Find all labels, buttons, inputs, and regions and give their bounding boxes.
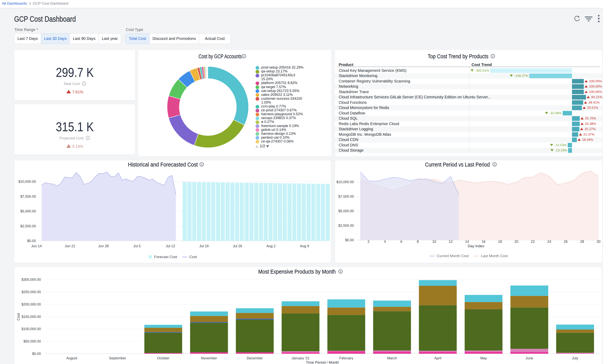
svg-text:26: 26: [564, 240, 568, 243]
svg-text:June: June: [525, 356, 533, 360]
svg-text:$2,500.00: $2,500.00: [338, 224, 354, 228]
svg-text:Aug 2: Aug 2: [267, 244, 276, 248]
svg-text:$150,000.00: $150,000.00: [22, 315, 41, 319]
svg-text:$7,500.00: $7,500.00: [20, 195, 36, 199]
svg-text:December: December: [247, 356, 263, 360]
svg-text:Jun 28: Jun 28: [98, 244, 109, 248]
svg-text:Jul 12: Jul 12: [166, 244, 175, 248]
svg-text:Jul 19: Jul 19: [199, 244, 209, 248]
svg-text:$250,000.00: $250,000.00: [22, 290, 41, 294]
svg-text:$100,000.00: $100,000.00: [22, 327, 41, 331]
svg-text:24: 24: [547, 240, 551, 243]
svg-text:30: 30: [597, 240, 601, 243]
svg-text:$2,500.00: $2,500.00: [20, 224, 36, 228]
svg-text:May: May: [480, 356, 487, 360]
svg-text:$10,000.00: $10,000.00: [18, 180, 36, 184]
svg-text:January '21: January '21: [292, 356, 310, 360]
svg-text:10: 10: [432, 240, 436, 243]
svg-text:Jun 21: Jun 21: [65, 244, 75, 248]
svg-text:28: 28: [580, 240, 584, 243]
svg-text:July: July: [572, 356, 578, 360]
svg-text:14: 14: [465, 240, 469, 243]
svg-text:22: 22: [531, 240, 535, 243]
svg-text:2: 2: [367, 240, 369, 243]
svg-text:September: September: [109, 356, 126, 360]
svg-text:$5,000.00: $5,000.00: [20, 209, 36, 213]
svg-text:6: 6: [400, 240, 402, 243]
svg-text:$0.00: $0.00: [27, 239, 36, 243]
svg-text:18: 18: [498, 240, 502, 243]
svg-text:$200,000.00: $200,000.00: [22, 302, 41, 306]
svg-text:Day Index: Day Index: [468, 244, 484, 248]
svg-text:12: 12: [449, 240, 452, 243]
svg-text:$7,500.00: $7,500.00: [338, 195, 354, 199]
svg-text:8: 8: [417, 240, 419, 243]
svg-text:Aug 9: Aug 9: [300, 244, 309, 248]
svg-text:Jul 26: Jul 26: [233, 244, 242, 248]
svg-text:Jun 14: Jun 14: [31, 244, 42, 248]
svg-text:20: 20: [514, 240, 518, 243]
svg-text:$5,000.00: $5,000.00: [338, 209, 354, 213]
svg-text:March: March: [387, 356, 397, 360]
svg-text:April: April: [434, 356, 441, 360]
svg-text:$300,000.00: $300,000.00: [22, 278, 41, 282]
svg-text:$50,000.00: $50,000.00: [23, 339, 41, 343]
svg-text:Time Period / Month: Time Period / Month: [306, 360, 339, 364]
svg-text:$0.00: $0.00: [32, 352, 41, 356]
svg-text:$10,000.00: $10,000.00: [336, 180, 354, 184]
svg-text:November: November: [201, 356, 217, 360]
svg-text:$0.00: $0.00: [345, 238, 354, 242]
svg-text:August: August: [66, 356, 77, 360]
svg-text:Cost: Cost: [16, 313, 20, 321]
svg-text:16: 16: [482, 240, 486, 243]
svg-text:February: February: [339, 356, 353, 360]
svg-text:Jul 5: Jul 5: [133, 244, 140, 248]
svg-text:October: October: [157, 356, 169, 360]
svg-text:4: 4: [384, 240, 386, 243]
